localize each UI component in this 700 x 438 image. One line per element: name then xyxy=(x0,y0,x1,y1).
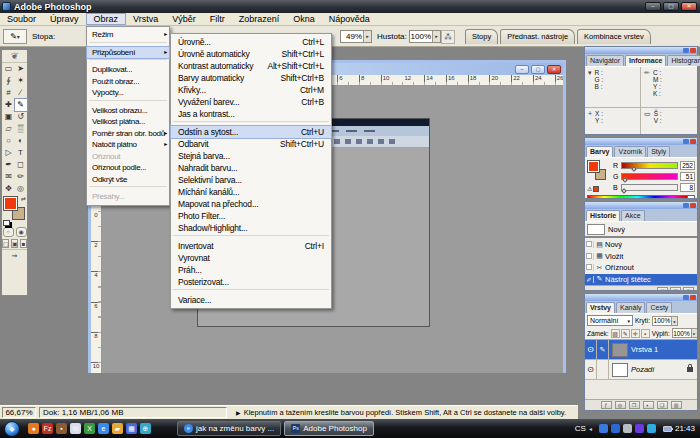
gamut-warning[interactable]: ⚠ xyxy=(587,185,599,192)
menu-item[interactable]: ▸ xyxy=(89,186,167,189)
foreground-color-swatch[interactable] xyxy=(4,197,17,210)
doc-restore-button[interactable]: ▢ xyxy=(531,65,545,74)
tool-button[interactable]: ○ xyxy=(3,135,15,147)
tool-button[interactable]: ◻ xyxy=(15,159,27,171)
color-spectrum-ramp[interactable] xyxy=(587,195,695,198)
standard-screen-button[interactable]: ▢ xyxy=(2,239,9,248)
new-layer-button[interactable]: ❏ xyxy=(657,401,668,409)
document-size-readout[interactable]: Dok: 1,16 MB/1,06 MB xyxy=(39,407,227,418)
menubar-item[interactable]: Obraz xyxy=(86,13,127,25)
start-button[interactable]: ❖ xyxy=(4,421,20,437)
fullscreen-menubar-button[interactable]: ▣ xyxy=(11,239,18,248)
channel-slider[interactable] xyxy=(621,184,678,191)
palette-titlebar[interactable] xyxy=(585,202,697,209)
palette-minimize-button[interactable] xyxy=(683,139,689,144)
menu-item[interactable]: Odkrýt vše▸ xyxy=(87,174,169,186)
menubar-item[interactable]: Vrstva xyxy=(126,13,165,25)
menu-item[interactable]: Přizpůsobení▸ xyxy=(87,47,169,59)
channel-slider[interactable] xyxy=(621,162,678,169)
quick-launch-icon[interactable]: ▪ xyxy=(56,423,67,434)
quick-launch-icon[interactable]: e xyxy=(98,423,109,434)
tool-button[interactable]: ▱ xyxy=(3,123,15,135)
menu-item[interactable]: ▸ xyxy=(89,42,167,45)
tool-button[interactable]: ▣ xyxy=(3,111,15,123)
palette-tab[interactable]: Barvy xyxy=(586,146,613,157)
tray-icon[interactable] xyxy=(611,424,620,433)
history-brush-well[interactable]: ✐ xyxy=(585,276,594,283)
palette-tab[interactable]: Akce xyxy=(621,210,645,221)
submenu-item[interactable]: Míchání kanálů... xyxy=(171,186,331,198)
delete-layer-button[interactable]: ▥ xyxy=(671,401,682,409)
tool-button[interactable]: ▒ xyxy=(15,123,27,135)
menu-item[interactable]: ▸ xyxy=(89,100,167,103)
layer-edit-well[interactable]: ✎ xyxy=(597,340,609,359)
layer-thumbnail[interactable] xyxy=(612,363,628,377)
menu-item[interactable]: Velikost obrazu...▸ xyxy=(87,105,169,117)
layer-name[interactable]: Pozadí xyxy=(631,365,683,374)
quick-launch-icon[interactable]: ▦ xyxy=(126,423,137,434)
status-arrow-icon[interactable]: ▶ xyxy=(236,409,241,416)
maximize-button[interactable]: ▢ xyxy=(663,2,679,11)
history-step[interactable]: ▦ Vložit xyxy=(585,251,697,263)
menu-item[interactable]: Natočit plátno▸ xyxy=(87,139,169,151)
hustota-input[interactable]: 100%▸ xyxy=(409,30,441,43)
history-brush-well[interactable] xyxy=(585,253,594,260)
submenu-item[interactable]: Jas a kontrast... xyxy=(171,108,331,120)
layer-row[interactable]: ʘ ✎ Vrstva 1 xyxy=(585,340,697,360)
history-step[interactable]: ▤ Nový xyxy=(585,239,697,251)
lock-toggle-icon[interactable]: ✎ xyxy=(621,329,630,338)
submenu-item[interactable]: Vyrovnat xyxy=(171,252,331,264)
doc-close-button[interactable]: ✕ xyxy=(547,65,561,74)
tray-collapse-icon[interactable]: ◂ xyxy=(589,425,592,432)
spinner-arrow-icon[interactable]: ▸ xyxy=(671,317,677,325)
quick-launch-icon[interactable]: ⊕ xyxy=(140,423,151,434)
palette-minimize-button[interactable] xyxy=(683,203,689,208)
tray-icon[interactable] xyxy=(647,424,656,433)
submenu-item[interactable]: Odstín a sytost...Ctrl+U xyxy=(171,126,331,138)
menubar-item[interactable]: Soubor xyxy=(0,13,43,25)
tool-button[interactable]: ▭ xyxy=(3,63,15,75)
opacity-input[interactable]: 100%▸ xyxy=(652,316,678,326)
submenu-item[interactable] xyxy=(173,289,329,292)
visibility-eye-icon[interactable]: ʘ xyxy=(585,360,597,379)
history-brush-well[interactable] xyxy=(585,241,594,248)
tool-button[interactable]: ◎ xyxy=(15,183,27,195)
submenu-item[interactable]: Úrovně automatickyShift+Ctrl+L xyxy=(171,48,331,60)
channel-slider[interactable] xyxy=(621,173,678,180)
layer-name[interactable]: Vrstva 1 xyxy=(631,345,697,354)
close-button[interactable]: ✕ xyxy=(681,2,697,11)
edit-in-imageready-button[interactable]: ⇒ xyxy=(2,249,27,260)
lock-toggle-icon[interactable]: ✛ xyxy=(631,329,640,338)
adjustment-layer-button[interactable]: ◐ xyxy=(643,401,654,409)
tray-icon[interactable] xyxy=(635,424,644,433)
tool-button[interactable]: ✶ xyxy=(15,75,27,87)
foreground-color-swatch[interactable] xyxy=(588,161,599,172)
taskbar-task-button[interactable]: e jak na změnu barvy ... xyxy=(177,421,281,436)
menubar-item[interactable]: Filtr xyxy=(203,13,232,25)
palette-tab[interactable]: Vrstvy xyxy=(586,302,615,313)
tool-button[interactable]: ✥ xyxy=(3,183,15,195)
tool-button[interactable]: ✉ xyxy=(3,171,15,183)
tool-button[interactable]: ∕ xyxy=(15,87,27,99)
menubar-item[interactable]: Zobrazení xyxy=(232,13,287,25)
history-snapshot-row[interactable]: Nový xyxy=(585,222,697,236)
zoom-level-input[interactable]: 66,67% xyxy=(2,407,36,418)
submenu-item[interactable]: Úrovně...Ctrl+L xyxy=(171,36,331,48)
fullscreen-button[interactable]: ■ xyxy=(20,239,27,248)
kryti-input[interactable]: 49%▸ xyxy=(340,30,372,43)
palette-titlebar[interactable] xyxy=(585,294,697,301)
palette-titlebar[interactable] xyxy=(585,138,697,145)
menu-item[interactable]: Velikost plátna...▸ xyxy=(87,116,169,128)
swap-colors-icon[interactable]: ⇄ xyxy=(21,195,26,202)
layer-thumbnail[interactable] xyxy=(612,343,628,357)
tool-button[interactable]: ✒ xyxy=(3,159,15,171)
tool-button[interactable]: ✏ xyxy=(15,171,27,183)
submenu-item[interactable] xyxy=(173,235,329,238)
submenu-item[interactable]: Křivky...Ctrl+M xyxy=(171,84,331,96)
default-colors-icon[interactable] xyxy=(3,220,10,226)
tool-button[interactable]: ◐ xyxy=(15,135,27,147)
quick-launch-icon[interactable]: Fz xyxy=(42,423,53,434)
menu-item[interactable]: Oříznout▸ xyxy=(87,151,169,163)
menu-item[interactable]: Duplikovat...▸ xyxy=(87,64,169,76)
quick-launch-icon[interactable]: X xyxy=(84,423,95,434)
